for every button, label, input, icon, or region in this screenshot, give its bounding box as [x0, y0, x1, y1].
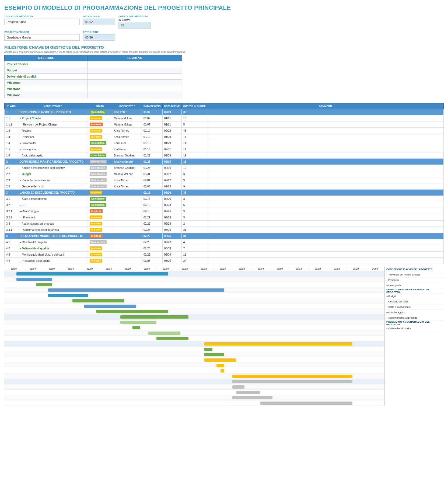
gantt-bar: [232, 385, 244, 389]
gantt-bar: [16, 272, 169, 276]
duration-input[interactable]: [118, 22, 151, 29]
gantt-bar: [204, 353, 224, 356]
name-cell: LANCIO ED ESECUZIONE DEL PROGETTO: [18, 190, 88, 196]
project-title-input[interactable]: [4, 19, 80, 25]
start-date-group: DATA DI INIZIO: [83, 15, 115, 25]
milestone-comment[interactable]: [88, 74, 182, 80]
comment-cell[interactable]: [207, 121, 443, 128]
start-date-input[interactable]: [83, 19, 115, 25]
end-date-label: DATA DI FINE: [83, 31, 115, 33]
page-container: ESEMPIO DI MODELLO DI PROGRAMMAZIONE DEL…: [4, 4, 444, 406]
comment-cell[interactable]: [207, 190, 443, 196]
name-cell: — Aggiornamenti del diagramma: [18, 227, 88, 233]
gantt-date-cell: 01/04: [23, 267, 43, 271]
comment-cell[interactable]: [207, 202, 443, 208]
assigned-cell: [112, 233, 142, 239]
comment-cell[interactable]: [207, 109, 443, 115]
assigned-cell: [112, 202, 142, 208]
comment-cell[interactable]: [207, 128, 443, 134]
wbs-cell: 3.3: [5, 221, 18, 227]
end-cell: 03/06: [162, 252, 181, 258]
duration-cell: 9: [181, 177, 207, 183]
comment-cell[interactable]: [207, 214, 443, 221]
duration-cell: 14: [181, 146, 207, 152]
milestone-comment[interactable]: [88, 80, 182, 86]
gantt-bar: [216, 364, 225, 367]
gantt-date-cell: 04/03: [365, 267, 384, 271]
comment-cell[interactable]: [207, 171, 443, 177]
gantt-bar: [156, 337, 188, 340]
end-cell: 02/14: [162, 159, 181, 165]
milestone-comment[interactable]: [88, 86, 182, 92]
wbs-cell: 1.3: [5, 134, 18, 140]
comment-cell[interactable]: [207, 115, 443, 121]
milestone-comment[interactable]: [88, 61, 182, 67]
wbs-cell: 2.4: [5, 183, 18, 190]
start-cell: 03/03: [142, 258, 163, 264]
comment-cell[interactable]: [207, 245, 443, 252]
milestone-name: Project Charter: [5, 61, 88, 67]
comment-cell[interactable]: [207, 252, 443, 258]
comment-cell[interactable]: [207, 239, 443, 245]
manager-input[interactable]: [4, 34, 80, 41]
gantt-row: [4, 282, 384, 287]
assigned-cell: [112, 221, 142, 227]
comment-cell[interactable]: [207, 258, 443, 264]
table-row: 2.2 – Budget Non iniziato Makara McLean …: [5, 171, 444, 177]
duration-cell: 4: [181, 239, 207, 245]
status-badge: Non iniziato: [90, 240, 107, 244]
comment-cell[interactable]: [207, 183, 443, 190]
duration-cell: 10: [181, 165, 207, 171]
legend-row: – Gestione dei rischi: [385, 299, 444, 304]
gantt-row: [4, 384, 384, 390]
gantt-date-cell: 02/08: [156, 267, 176, 271]
comment-cell[interactable]: [207, 146, 443, 152]
comment-cell[interactable]: [207, 221, 443, 227]
comment-cell[interactable]: [207, 196, 443, 202]
gantt-bar: [96, 310, 169, 313]
milestone-comment[interactable]: [88, 67, 182, 74]
gantt-bar: [72, 299, 124, 302]
gantt-date-header: 12/3001/0401/0901/1401/1901/2401/2902/03…: [4, 267, 384, 271]
duration-cell: 11: [181, 134, 207, 140]
task-name-green: – Project Charter: [20, 117, 41, 120]
milestone-subtitle: Annota qui le milestone principali ed ev…: [4, 51, 444, 53]
duration-cell: 5: [181, 121, 207, 128]
milestone-name: Milestone: [5, 86, 88, 92]
status-cell: Non iniziato: [88, 239, 112, 245]
comment-cell[interactable]: [207, 177, 443, 183]
gantt-row: [4, 309, 384, 314]
duration-sublabel: in giorni: [118, 19, 151, 21]
start-cell: 02/25: [142, 233, 163, 239]
gantt-row: [4, 277, 384, 282]
gantt-bar: [236, 391, 260, 394]
start-cell: 01/02: [142, 109, 163, 115]
comment-cell[interactable]: [207, 233, 443, 239]
comment-cell[interactable]: [207, 152, 443, 159]
status-cell: In corso: [88, 190, 112, 196]
end-date-group: DATA DI FINE: [83, 31, 115, 41]
comment-cell[interactable]: [207, 227, 443, 233]
gantt-bar: [204, 342, 352, 346]
status-cell: Completato: [88, 196, 112, 202]
status-badge: In attesa: [90, 123, 103, 126]
status-badge: Non iniziato: [90, 184, 107, 188]
comment-cell[interactable]: [207, 208, 443, 214]
table-row: 2.3 – Piano di comunicazione Non iniziat…: [5, 177, 444, 183]
comment-cell[interactable]: [207, 134, 443, 140]
end-date-input[interactable]: [83, 34, 115, 41]
status-cell: Completato: [88, 109, 112, 115]
comments-col-header: COMMENTI: [88, 55, 182, 61]
status-badge: Non iniziato: [90, 166, 107, 170]
milestone-comment[interactable]: [88, 92, 182, 98]
start-cell: 02/25: [142, 239, 163, 245]
comment-cell[interactable]: [207, 159, 443, 165]
comment-cell[interactable]: [207, 140, 443, 146]
gantt-row: [4, 298, 384, 304]
name-cell: – Ambito e impostazione degli obiettivi: [18, 165, 88, 171]
status-col-header: STATO: [88, 103, 112, 109]
project-title-label: TITOLO DEL PROGETTO: [4, 15, 80, 18]
status-badge: In corso: [90, 228, 102, 232]
end-cell: 02/28: [162, 239, 181, 245]
comment-cell[interactable]: [207, 165, 443, 171]
